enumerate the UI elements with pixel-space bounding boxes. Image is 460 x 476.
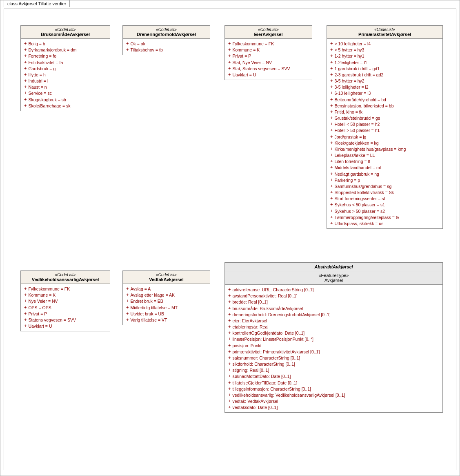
attr-primar-6: + 3-5 hytter = hy2 — [330, 78, 439, 84]
plus-icon-primar-11: + — [330, 109, 333, 114]
attr-drenering-0: + Ok = ok — [126, 41, 207, 47]
plus-icon-primar-7: + — [330, 84, 333, 89]
page: class Avkjørsel Tillatte verdier «CodeLi… — [0, 0, 460, 476]
attr-eier-0: + Fylkeskommune = FK — [228, 41, 309, 47]
uml-box-avkjorsel: AbstraktAvkjørsel «FeatureType» Avkjørse… — [224, 262, 443, 413]
attr-text-avkjorsel-6: etableringsår: Real — [232, 324, 268, 330]
attr-primar-9: + Beiteområde/dyrehold = bd — [330, 97, 439, 103]
attr-text-bruksomrade-6: Industri = I — [28, 78, 48, 84]
plus-icon-avkjorsel-6: + — [228, 324, 231, 329]
uml-body-bruksomrade: + Bolig = b + Dyrkamark/jordbruk = dm + … — [21, 39, 110, 111]
attr-text-primar-13: Hotell < 50 plasser = h2 — [334, 121, 380, 127]
plus-icon-vedtak-4: + — [126, 311, 129, 316]
attr-text-avkjorsel-3: bruksområde: BruksområdeAvkjørsel — [232, 306, 303, 311]
attr-bruksomrade-8: + Service = sc — [24, 90, 107, 96]
attr-text-primar-7: 3-5 leiligheter = l2 — [334, 84, 368, 90]
plus-icon-avkjorsel-19: + — [228, 404, 231, 409]
attr-text-primar-1: > 5 hytter = hy3 — [334, 47, 364, 53]
attr-text-vedlikehold-0: Fylkeskommune = FK — [28, 286, 70, 292]
attr-text-avkjorsel-10: primæraktivitet: PrimæraktivitetAvkjørse… — [232, 349, 320, 355]
plus-icon-primar-14: + — [330, 127, 333, 132]
attr-vedtak-2: + Endret bruk = EB — [126, 298, 207, 304]
attr-primar-19: + Liten forretning = lf — [330, 159, 439, 164]
plus-icon-primar-26: + — [330, 202, 333, 207]
plus-icon-vedlikehold-3: + — [24, 305, 27, 310]
plus-icon-drenering-0: + — [126, 41, 129, 46]
attr-text-vedlikehold-4: Privat = P — [28, 311, 47, 317]
plus-icon-avkjorsel-9: + — [228, 343, 231, 348]
attr-text-bruksomrade-5: Hytte = h — [28, 72, 45, 78]
attr-text-eier-0: Fylkeskommune = FK — [232, 41, 274, 47]
classname-primar: PrimæraktivitetAvkjørsel — [330, 32, 439, 37]
attr-text-avkjorsel-15: tillatelseGjelderTilDato: Date [0..1] — [232, 380, 297, 386]
plus-icon-primar-29: + — [330, 221, 333, 226]
attr-text-primar-23: Samfunnshus/grendahus = sg — [334, 183, 391, 189]
attr-vedtak-5: + Varig tillatelse = VT — [126, 317, 207, 323]
uml-body-primar: + > 10 leiligheter = l4 + > 5 hytter = h… — [327, 39, 442, 228]
attr-text-eier-5: Uavklart = U — [232, 72, 256, 78]
plus-icon-eier-4: + — [228, 66, 231, 71]
attr-text-primar-27: Sykehus > 50 plasser = s2 — [334, 208, 385, 214]
uml-header-drenering: «CodeList» DreneringsforholdAvkjørsel — [123, 26, 210, 39]
plus-icon-avkjorsel-16: + — [228, 386, 231, 391]
attr-avkjorsel-19: + vedtaksdato: Date [0..1] — [228, 404, 439, 410]
attr-text-primar-4: 1 gardsbruk i drift = gd1 — [334, 66, 380, 72]
plus-icon-primar-13: + — [330, 121, 333, 126]
attr-text-vedlikehold-1: Kommune = K — [28, 292, 56, 298]
plus-icon-avkjorsel-14: + — [228, 373, 231, 378]
attr-text-avkjorsel-5: eier: EierAvkjørsel — [232, 318, 267, 324]
attr-bruksomrade-9: + Skog/skogbruk = sb — [24, 97, 107, 103]
attr-text-avkjorsel-11: saksnummer: CharacterString [0..1] — [232, 355, 300, 361]
attr-bruksomrade-5: + Hytte = h — [24, 72, 107, 78]
attr-avkjorsel-3: + bruksområde: BruksområdeAvkjørsel — [228, 306, 439, 311]
attr-text-eier-1: Kommune = K — [232, 47, 260, 53]
plus-icon-bruksomrade-6: + — [24, 78, 27, 83]
attr-text-primar-6: 3-5 hytter = hy2 — [334, 78, 364, 84]
attr-bruksomrade-0: + Bolig = b — [24, 41, 107, 47]
classname-avkjorsel: Avkjørsel — [228, 278, 439, 283]
plus-icon-primar-12: + — [330, 115, 333, 120]
plus-icon-primar-16: + — [330, 140, 333, 145]
classname-eier: EierAvkjørsel — [228, 32, 309, 37]
attr-vedlikehold-4: + Privat = P — [24, 311, 107, 317]
stereotype-vedlikehold: «CodeList» — [24, 273, 107, 277]
uml-header-primar: «CodeList» PrimæraktivitetAvkjørsel — [327, 26, 442, 39]
attr-text-primar-9: Beiteområde/dyrehold = bd — [334, 97, 386, 103]
attr-avkjorsel-2: + bredde: Real [0..1] — [228, 299, 439, 305]
attr-text-avkjorsel-0: arkivreferanse_URL: CharacterString [0..… — [232, 287, 313, 293]
plus-icon-bruksomrade-7: + — [24, 84, 27, 89]
attr-primar-22: + Parkering = p — [330, 177, 439, 183]
plus-icon-eier-2: + — [228, 53, 231, 58]
attr-text-bruksomrade-4: Gardsbruk = g — [28, 66, 56, 72]
attr-text-vedtak-4: Utvidet bruk = UB — [130, 311, 164, 317]
attr-text-avkjorsel-18: vedtak: VedtakAvkjørsel — [232, 398, 278, 404]
plus-icon-bruksomrade-8: + — [24, 90, 27, 95]
attr-avkjorsel-17: + vedlikeholdsansvarlig: Vedlikeholdsans… — [228, 392, 439, 398]
plus-icon-primar-10: + — [330, 103, 333, 108]
plus-icon-bruksomrade-5: + — [24, 72, 27, 77]
attr-text-vedlikehold-6: Uavklart = U — [28, 323, 52, 329]
attr-avkjorsel-12: + siktforhold: CharacterString [0..1] — [228, 361, 439, 367]
plus-icon-primar-21: + — [330, 171, 333, 176]
attr-text-bruksomrade-1: Dyrkamark/jordbruk = dm — [28, 47, 76, 53]
attr-text-bruksomrade-10: Skole/Barnehage = sk — [28, 103, 70, 109]
attr-primar-4: + 1 gardsbruk i drift = gd1 — [330, 66, 439, 72]
uml-body-eier: + Fylkeskommune = FK + Kommune = K + Pri… — [225, 39, 312, 80]
attr-text-primar-16: Kiosk/gatekjøkken = kg — [334, 140, 378, 146]
attr-text-primar-24: Stoppested kollektivtrafikk = Sk — [334, 190, 394, 195]
plus-icon-avkjorsel-1: + — [228, 293, 231, 298]
attr-primar-26: + Sykehus < 50 plasser = s1 — [330, 202, 439, 208]
plus-icon-bruksomrade-9: + — [24, 97, 27, 102]
plus-icon-avkjorsel-17: + — [228, 392, 231, 397]
plus-icon-vedlikehold-5: + — [24, 317, 27, 322]
attr-text-bruksomrade-7: Naust = n — [28, 84, 47, 90]
plus-icon-vedtak-0: + — [126, 286, 129, 291]
attr-bruksomrade-4: + Gardsbruk = g — [24, 66, 107, 72]
attr-text-primar-18: Lekeplass/løkke = LL — [334, 152, 375, 158]
attr-text-primar-15: Jord/grustak = jg — [334, 134, 366, 140]
attr-primar-2: + 1-2 hytter = hy1 — [330, 53, 439, 59]
attr-text-primar-17: Kirke/menighets hus/gravplass = kmg — [334, 146, 406, 152]
attr-primar-20: + Middels landhandel = ml — [330, 165, 439, 170]
attr-text-primar-12: Grustak/steinbrudd = gs — [334, 115, 380, 121]
attr-text-primar-3: 1-2leiligheter = l1 — [334, 60, 367, 65]
